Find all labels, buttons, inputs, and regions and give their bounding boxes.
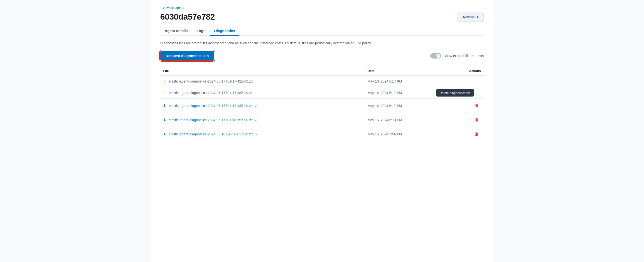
page-header: 6030da57e782 Actions ▾ [160,12,484,22]
chevron-down-icon: ▾ [477,15,478,19]
back-link[interactable]: ‹ View all agents [160,6,484,9]
toggle-area: ✕ Show expired file requests [430,53,484,58]
download-icon: ⬇ [163,104,166,108]
info-text: Diagnostics files are stored in Elastics… [160,41,484,46]
table-row: ⬇elastic-agent-diagnostics-2024-05-17T01… [160,113,484,127]
file-link[interactable]: elastic-agent-diagnostics-2024-05-17T01-… [169,104,257,108]
toggle-knob: ✕ [436,54,440,58]
diagnostics-table: File Date Actions ⚠elastic-agent-diagnos… [160,67,484,141]
table-row: ⬇elastic-agent-diagnostics-2024-05-16T20… [160,127,484,141]
col-actions: Actions [448,67,484,75]
page-container: ‹ View all agents 6030da57e782 Actions ▾… [150,0,494,262]
external-link-icon: ↗ [254,119,257,122]
tab-diagnostics[interactable]: Diagnostics [210,26,240,36]
file-cell: ⚠elastic-agent-diagnostics-2024-05-17T01… [160,87,365,99]
file-cell: ⬇elastic-agent-diagnostics-2024-05-17T01… [160,99,365,113]
table-row: ⚠elastic-agent-diagnostics-2024-05-17T01… [160,87,484,99]
delete-button[interactable]: 🗑 [472,131,481,138]
actions-cell: 🗑 [448,127,484,141]
delete-button[interactable]: 🗑 [472,116,481,123]
file-cell: ⬇elastic-agent-diagnostics-2024-05-16T20… [160,127,365,141]
file-name: elastic-agent-diagnostics-2024-05-17T01-… [169,79,254,83]
file-link[interactable]: elastic-agent-diagnostics-2024-05-17T01-… [169,118,257,122]
request-diagnostics-button[interactable]: Request diagnostics .zip [160,51,214,61]
warning-icon: ⚠ [163,91,166,95]
actions-cell [448,75,484,87]
file-cell: ⬇elastic-agent-diagnostics-2024-05-17T01… [160,113,365,127]
tab-logs[interactable]: Logs [192,26,210,36]
external-link-icon: ↗ [254,105,257,107]
back-link-label: View all agents [163,6,184,9]
actions-cell: 🗑 [448,113,484,127]
delete-button[interactable]: 🗑 [472,102,481,109]
show-expired-toggle[interactable]: ✕ [430,53,441,58]
warning-icon: ⚠ [163,79,166,83]
col-file: File [160,67,365,75]
date-cell: May 16, 2024 6:17 PM [365,99,448,113]
tab-agent-details[interactable]: Agent details [160,26,192,36]
file-cell: ⚠elastic-agent-diagnostics-2024-05-17T01… [160,75,365,87]
tabs: Agent details Logs Diagnostics [160,26,484,36]
date-cell: May 16, 2024 6:17 PM [365,75,448,87]
delete-tooltip: Delete diagnostics file [436,89,474,97]
download-icon: ⬇ [163,118,166,122]
date-cell: May 16, 2024 6:13 PM [365,113,448,127]
file-link[interactable]: elastic-agent-diagnostics-2024-05-16T20-… [169,132,257,136]
toolbar: Request diagnostics .zip ✕ Show expired … [160,51,484,61]
col-date: Date [365,67,448,75]
external-link-icon: ↗ [254,133,257,136]
content-area: Diagnostics files are stored in Elastics… [160,36,484,141]
date-cell: May 16, 2024 6:17 PM [365,87,448,99]
table-body: ⚠elastic-agent-diagnostics-2024-05-17T01… [160,75,484,141]
actions-button-label: Actions [463,15,475,19]
table-row: ⬇elastic-agent-diagnostics-2024-05-17T01… [160,99,484,113]
actions-button[interactable]: Actions ▾ [458,12,484,22]
actions-cell: 🗑 [448,99,484,113]
table-header: File Date Actions [160,67,484,75]
page-title: 6030da57e782 [160,12,215,21]
table-row: ⚠elastic-agent-diagnostics-2024-05-17T01… [160,75,484,87]
toggle-label: Show expired file requests [444,54,484,58]
actions-cell: Delete diagnostics file [448,87,484,99]
file-name: elastic-agent-diagnostics-2024-05-17T01-… [169,91,254,95]
chevron-left-icon: ‹ [160,6,161,9]
date-cell: May 16, 2024 1:56 PM [365,127,448,141]
download-icon: ⬇ [163,132,166,136]
